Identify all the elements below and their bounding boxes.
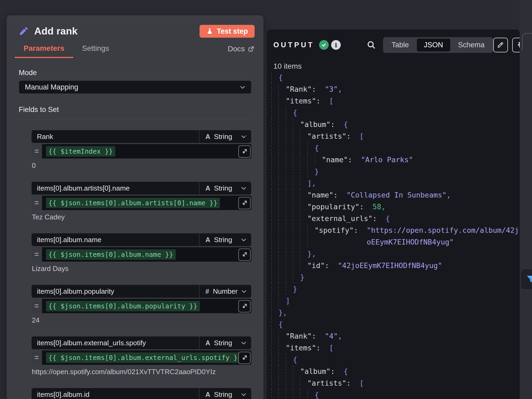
- indent-guide: [271, 154, 278, 166]
- indent-guide: [278, 107, 286, 119]
- json-line: "external_urls": {: [271, 213, 520, 224]
- flask-icon: [206, 28, 213, 35]
- field-name-input[interactable]: items[0].album.external_urls.spotify: [32, 336, 200, 349]
- field-type-select[interactable]: A String: [200, 388, 251, 399]
- field-type-select[interactable]: A String: [200, 233, 251, 246]
- expression-input[interactable]: {{ $json.items[0].album.external_urls.sp…: [42, 350, 251, 365]
- indent-guide: [293, 366, 300, 377]
- indent-guide: [271, 83, 278, 95]
- expression-input[interactable]: {{ $json.items[0].album.name }}: [42, 247, 251, 262]
- chevron-down-icon: [240, 86, 245, 89]
- expression-result: 24: [32, 316, 251, 324]
- indent-guide: [278, 166, 286, 177]
- indent-guide: [271, 213, 278, 224]
- info-icon[interactable]: i: [331, 40, 341, 50]
- expression-row: = {{ $json.items[0].album.artists[0].nam…: [31, 196, 251, 210]
- indent-guide: [293, 260, 300, 272]
- mode-select[interactable]: Manual Mapping: [19, 80, 251, 94]
- expand-expression-button[interactable]: [238, 249, 251, 261]
- expression-row: = {{ $json.items[0].album.popularity }}: [31, 299, 251, 313]
- string-type-icon: A: [205, 184, 210, 192]
- docs-link[interactable]: Docs: [228, 45, 255, 58]
- indent-guide: [307, 389, 315, 399]
- expand-icon: [241, 251, 248, 258]
- expression-text: {{ $json.items[0].album.popularity }}: [46, 301, 200, 311]
- indent-guide: [286, 224, 293, 248]
- json-line: "Rank": "3",: [271, 83, 520, 95]
- indent-guide: [286, 189, 293, 201]
- edit-output-button[interactable]: [493, 38, 508, 52]
- expand-expression-button[interactable]: [238, 352, 251, 364]
- indent-guide: [271, 107, 278, 119]
- indent-guide: [293, 248, 300, 260]
- tab-table-view[interactable]: Table: [384, 38, 416, 52]
- tab-json-view[interactable]: JSON: [416, 38, 451, 52]
- expression-input[interactable]: {{ $json.items[0].album.popularity }}: [42, 299, 251, 313]
- fields-list: Rank A String = {{ $itemIndex }}: [31, 130, 251, 399]
- field-name-input[interactable]: items[0].album.id: [32, 388, 200, 399]
- type-label: String: [214, 133, 237, 141]
- indent-guide: [286, 201, 293, 213]
- indent-guide: [278, 377, 286, 389]
- indent-guide: [293, 213, 300, 224]
- field-name-input[interactable]: Rank: [32, 130, 200, 143]
- indent-guide: [271, 201, 278, 213]
- indent-guide: [293, 154, 300, 166]
- field-type-select[interactable]: A String: [200, 130, 251, 143]
- json-line: "id": "42joEEymK7EIHODfNB4yug": [271, 260, 520, 272]
- expression-row: = {{ $json.items[0].album.name }}: [31, 247, 251, 262]
- field-name-input[interactable]: items[0].album.artists[0].name: [32, 182, 200, 195]
- indent-guide: [293, 377, 300, 389]
- indent-guide: [271, 307, 278, 319]
- equals-prefix: =: [31, 350, 42, 365]
- type-label: String: [214, 236, 237, 244]
- field-name-input[interactable]: items[0].album.popularity: [32, 285, 200, 298]
- indent-guide: [286, 154, 293, 166]
- indent-guide: [271, 283, 278, 295]
- indent-guide: [300, 201, 307, 213]
- type-label: String: [214, 184, 237, 192]
- string-type-icon: A: [205, 236, 210, 244]
- test-step-button[interactable]: Test step: [200, 25, 255, 38]
- json-line: },: [271, 307, 520, 319]
- expand-expression-button[interactable]: [238, 300, 251, 312]
- expand-expression-button[interactable]: [238, 145, 251, 158]
- pin-data-button[interactable]: [512, 38, 520, 52]
- indent-guide: [286, 366, 293, 377]
- expression-input[interactable]: {{ $itemIndex }}: [42, 144, 251, 158]
- expression-input[interactable]: {{ $json.items[0].album.artists[0].name …: [42, 196, 251, 210]
- field-type-select[interactable]: A String: [200, 336, 251, 349]
- indent-guide: [293, 177, 300, 189]
- field-group: items[0].album.id A String = {{ $json.it…: [31, 388, 251, 399]
- expression-row: = {{ $itemIndex }}: [31, 144, 251, 158]
- success-status-icon: [319, 40, 329, 50]
- tab-schema-view[interactable]: Schema: [451, 38, 492, 52]
- indent-guide: [278, 130, 286, 142]
- filter-button[interactable]: [520, 269, 532, 290]
- indent-guide: [278, 295, 286, 307]
- search-icon[interactable]: [366, 40, 376, 50]
- field-name-input[interactable]: items[0].album.name: [32, 233, 200, 246]
- tab-parameters[interactable]: Parameters: [15, 44, 73, 58]
- equals-prefix: =: [31, 144, 42, 158]
- indent-guide: [300, 224, 307, 248]
- expand-icon: [241, 354, 248, 361]
- mode-label: Mode: [19, 69, 251, 77]
- expand-expression-button[interactable]: [238, 197, 251, 209]
- indent-guide: [278, 83, 286, 95]
- indent-guide: [300, 177, 307, 189]
- field-type-select[interactable]: A String: [200, 182, 251, 195]
- indent-guide: [286, 107, 293, 119]
- field-name-row: items[0].album.name A String: [31, 233, 251, 246]
- indent-guide: [278, 330, 286, 342]
- output-panel: OUTPUT i Table JSON Schema: [267, 29, 520, 399]
- expression-text: {{ $json.items[0].album.name }}: [46, 249, 176, 260]
- indent-guide: [278, 213, 286, 224]
- field-type-select[interactable]: # Number: [200, 285, 251, 298]
- json-line: {: [271, 142, 520, 154]
- indent-guide: [271, 389, 278, 399]
- indent-guide: [278, 95, 286, 107]
- indent-guide: [286, 119, 293, 130]
- tab-settings[interactable]: Settings: [73, 44, 118, 58]
- indent-guide: [278, 189, 286, 201]
